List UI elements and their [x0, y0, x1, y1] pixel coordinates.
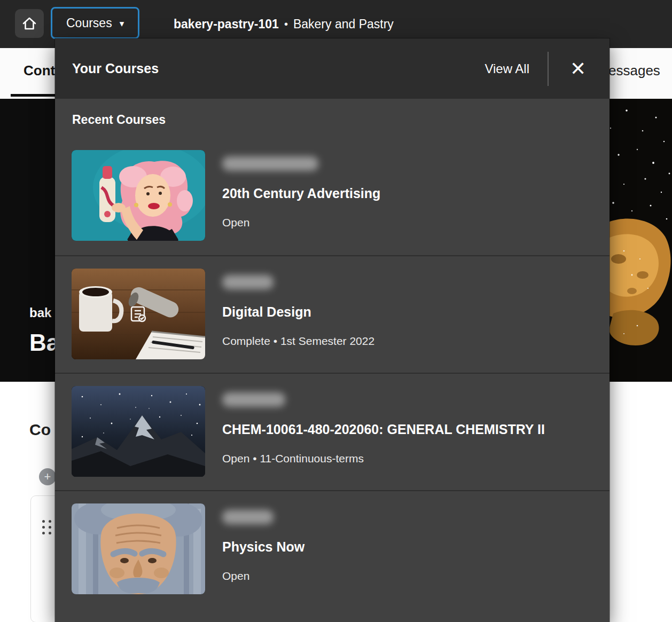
breadcrumb-course-id: bakery-pastry-101: [174, 17, 279, 32]
close-icon: ✕: [570, 58, 586, 80]
course-thumbnail[interactable]: [72, 150, 205, 241]
content-heading-partial: Co: [29, 421, 51, 439]
course-title-link[interactable]: Physics Now: [222, 539, 304, 555]
hero-course-id-partial: bak: [29, 305, 51, 320]
add-content-button[interactable]: +: [39, 468, 56, 485]
advertising-thumbnail-image: [72, 150, 205, 241]
chevron-down-icon: ▾: [120, 19, 124, 28]
close-button[interactable]: ✕: [566, 57, 590, 81]
courses-menu-label: Courses: [66, 16, 112, 30]
panel-title: Your Courses: [72, 61, 485, 76]
course-card[interactable]: Digital Design Complete • 1st Semester 2…: [55, 255, 610, 373]
course-thumbnail[interactable]: [72, 386, 205, 477]
tab-messages-partial[interactable]: essages: [608, 62, 660, 79]
chemistry-thumbnail-image: [72, 386, 205, 477]
course-info: Digital Design Complete • 1st Semester 2…: [222, 269, 374, 373]
plus-icon: +: [44, 470, 51, 483]
course-id-redacted: [222, 392, 285, 407]
header-divider: [548, 52, 549, 86]
breadcrumb-separator: •: [284, 18, 288, 30]
course-status: Open: [222, 216, 380, 229]
view-all-link[interactable]: View All: [485, 61, 529, 76]
course-info: Physics Now Open: [222, 503, 304, 622]
course-title-link[interactable]: Digital Design: [222, 304, 374, 320]
course-info: CHEM-10061-480-202060: GENERAL CHEMISTRY…: [222, 386, 545, 490]
tab-content-partial[interactable]: Cont: [24, 62, 55, 79]
breadcrumb-course-name: Bakery and Pastry: [293, 17, 394, 32]
course-status: Open: [222, 570, 304, 582]
physics-thumbnail-image: [72, 503, 205, 594]
panel-body: Recent Courses: [55, 99, 610, 622]
digital-design-thumbnail-image: [72, 269, 205, 359]
course-info: 20th Century Advertising Open: [222, 150, 380, 255]
course-title-link[interactable]: 20th Century Advertising: [222, 185, 380, 201]
drag-handle-dots-icon[interactable]: [42, 520, 52, 534]
courses-dropdown-panel: Your Courses View All ✕ Recent Courses: [55, 38, 610, 622]
courses-menu-button[interactable]: Courses ▾: [51, 7, 139, 39]
course-status: Open • 11-Continuous-terms: [222, 452, 545, 465]
course-thumbnail[interactable]: [72, 269, 205, 359]
course-card[interactable]: 20th Century Advertising Open: [55, 138, 610, 255]
course-id-redacted: [222, 275, 274, 289]
app-window: Cont essages: [0, 0, 672, 622]
home-icon: [21, 16, 37, 31]
course-id-redacted: [222, 510, 274, 524]
home-button[interactable]: [15, 9, 44, 38]
course-title-link[interactable]: CHEM-10061-480-202060: GENERAL CHEMISTRY…: [222, 421, 545, 437]
active-tab-underline: [11, 94, 56, 97]
course-id-redacted: [222, 156, 318, 171]
course-thumbnail[interactable]: [72, 503, 205, 594]
course-card[interactable]: Physics Now Open: [55, 490, 610, 622]
course-status: Complete • 1st Semester 2022: [222, 335, 374, 348]
recent-courses-heading: Recent Courses: [72, 113, 610, 127]
course-card[interactable]: CHEM-10061-480-202060: GENERAL CHEMISTRY…: [55, 373, 610, 490]
panel-header: Your Courses View All ✕: [55, 38, 610, 99]
